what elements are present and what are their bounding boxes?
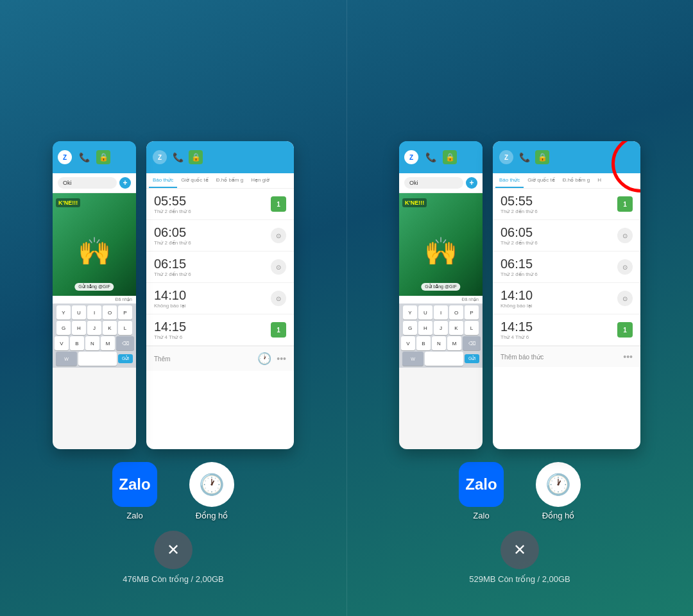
alarm-1415: 14:15 Thứ 4 Thứ 6 1 (146, 314, 294, 346)
tab-gio-quoc-te[interactable]: Giờ quốc tế (177, 173, 212, 188)
key-v[interactable]: V (55, 336, 69, 350)
right-app-icons: Zalo Zalo 🕐 Đồng hồ (459, 462, 581, 520)
right-key-b[interactable]: B (416, 336, 431, 350)
right-oki-input[interactable]: Oki (404, 177, 463, 189)
sticker-btn[interactable]: + (119, 177, 131, 189)
alarm-toggle-0615[interactable]: ⊙ (271, 259, 286, 275)
left-zalo-app-icon[interactable]: Zalo (112, 462, 157, 507)
lock-icon: 🔒 (96, 150, 110, 164)
left-close-button[interactable]: ✕ (154, 531, 193, 569)
right-half: Z 📞 🔒 Oki + K'NE!!! 🙌 Gửi bằng @GIF (346, 0, 693, 616)
alarm-time-1415: 14:15 Thứ 4 Thứ 6 (154, 320, 271, 340)
right-zalo-header: Z 📞 🔒 (399, 141, 483, 173)
key-123[interactable]: W (56, 352, 77, 366)
key-n[interactable]: N (85, 336, 99, 350)
right-key-v[interactable]: V (401, 336, 415, 350)
right-key-p[interactable]: P (465, 305, 479, 320)
clock-header-lock: 🔒 (189, 150, 203, 164)
right-key-g[interactable]: G (403, 321, 417, 335)
right-alarm-hour-0615: 06:15 (501, 257, 617, 271)
right-more-options-btn[interactable]: ••• (623, 352, 633, 362)
key-b[interactable]: B (70, 336, 84, 350)
right-keyboard-bottom-row: W Gửi (401, 352, 481, 366)
key-r[interactable]: O (103, 305, 117, 320)
left-clock-label: Đồng hồ (196, 511, 228, 520)
alarm-toggle-1415[interactable]: 1 (271, 322, 286, 338)
key-l[interactable]: L (118, 321, 132, 335)
right-clock-header: Z 📞 🔒 (493, 141, 640, 173)
left-clock-header: Z 📞 🔒 (146, 141, 294, 173)
key-h[interactable]: H (72, 321, 86, 335)
right-key-space[interactable] (425, 352, 463, 366)
key-g[interactable]: G (56, 321, 71, 335)
key-p[interactable]: P (118, 305, 132, 320)
key-k[interactable]: K (103, 321, 117, 335)
key-e[interactable]: I (87, 305, 101, 320)
right-tab-hen-gio[interactable]: H (594, 173, 605, 188)
alarm-0555: 05:55 Thứ 2 đến thứ 6 1 (146, 189, 294, 220)
right-clock-header-lock: 🔒 (535, 150, 549, 164)
right-sticker-btn[interactable]: + (466, 177, 477, 189)
key-w[interactable]: U (72, 305, 86, 320)
right-zalo-app-icon[interactable]: Zalo (459, 462, 504, 507)
right-alarm-hour-0555: 05:55 (501, 194, 617, 209)
right-clock-card: Z 📞 🔒 Báo thức Giờ quốc tế Đ.hồ bấm g H (493, 141, 640, 449)
left-memory-text: 476MB Còn trống / 2,00GB (123, 574, 224, 584)
right-key-y[interactable]: Y (403, 305, 417, 320)
right-alarm-toggle-1415[interactable]: 1 (617, 322, 633, 338)
key-m[interactable]: M (101, 336, 115, 350)
right-clock-app-icon[interactable]: 🕐 (536, 462, 581, 507)
right-tab-dong-ho[interactable]: Đ.hồ bấm g (559, 173, 594, 188)
right-key-j[interactable]: J (434, 321, 448, 335)
right-tab-gio-quoc-te[interactable]: Giờ quốc tế (524, 173, 559, 188)
left-clock-icon-item: 🕐 Đồng hồ (189, 462, 234, 520)
left-half: Z 📞 🔒 Oki + K'NE!!! 🙌 Gửi bằng @GIF (0, 0, 346, 616)
right-key-u[interactable]: U (418, 305, 432, 320)
left-clock-app-icon[interactable]: 🕐 (189, 462, 234, 507)
alarm-hour-1410: 14:10 (154, 288, 271, 303)
right-zalo-icon-text: Zalo (465, 475, 497, 493)
right-key-m[interactable]: M (447, 336, 461, 350)
key-backspace[interactable]: ⌫ (116, 336, 134, 350)
tab-hen-gio[interactable]: Hẹn giờ (247, 173, 273, 188)
alarm-hour-1415: 14:15 (154, 320, 271, 334)
right-alarm-toggle-0555[interactable]: 1 (617, 196, 633, 212)
right-key-l[interactable]: L (465, 321, 479, 335)
right-gif-button[interactable]: Gửi bằng @GIF (421, 283, 460, 291)
right-key-n[interactable]: N (432, 336, 446, 350)
right-memory-text: 529MB Còn trống / 2,00GB (469, 574, 570, 584)
right-zalo-card: Z 📞 🔒 Oki + K'NE!!! 🙌 Gửi bằng @GIF (399, 141, 483, 449)
key-q[interactable]: Y (56, 305, 71, 320)
alarm-toggle-0555[interactable]: 1 (271, 196, 286, 212)
right-key-h[interactable]: H (418, 321, 432, 335)
more-options-btn[interactable]: ••• (277, 354, 286, 364)
right-send-button[interactable]: Gửi (465, 354, 479, 363)
tab-bao-thuc[interactable]: Báo thức (149, 173, 177, 188)
right-alarm-toggle-0615[interactable]: ⊙ (617, 259, 633, 275)
right-key-i[interactable]: I (434, 305, 448, 320)
send-button[interactable]: Gửi (118, 354, 133, 363)
gif-button[interactable]: Gửi bằng @GIF (74, 283, 114, 291)
alarm-toggle-1410[interactable]: ⊙ (271, 291, 286, 306)
right-alarm-toggle-0605[interactable]: ⊙ (617, 228, 633, 243)
right-key-123[interactable]: W (402, 352, 424, 366)
right-alarm-days-1410: Không báo lại (501, 303, 617, 309)
key-j[interactable]: J (87, 321, 101, 335)
right-alarm-toggle-1410[interactable]: ⊙ (617, 291, 633, 306)
right-close-button[interactable]: ✕ (501, 531, 539, 569)
right-alarm-days-0605: Thứ 2 đến thứ 6 (501, 240, 617, 246)
right-add-alarm-btn[interactable]: Thêm báo thức (501, 354, 618, 361)
right-key-backspace[interactable]: ⌫ (463, 336, 481, 350)
add-alarm-btn[interactable]: Thêm (154, 355, 252, 363)
right-keyboard-row-2: G H J K L (401, 321, 481, 335)
alarm-toggle-0605[interactable]: ⊙ (271, 228, 286, 243)
right-tab-bao-thuc[interactable]: Báo thức (495, 173, 524, 188)
oki-input[interactable]: Oki (58, 177, 117, 189)
alarm-days-0555: Thứ 2 đến thứ 6 (154, 209, 271, 214)
tab-dong-ho[interactable]: Đ.hồ bấm g (212, 173, 247, 188)
key-space[interactable] (78, 352, 117, 366)
right-key-o[interactable]: O (449, 305, 463, 320)
right-key-k[interactable]: K (449, 321, 463, 335)
alarm-0615: 06:15 Thứ 2 đến thứ 6 ⊙ (146, 252, 294, 283)
right-lock-icon: 🔒 (443, 150, 457, 164)
